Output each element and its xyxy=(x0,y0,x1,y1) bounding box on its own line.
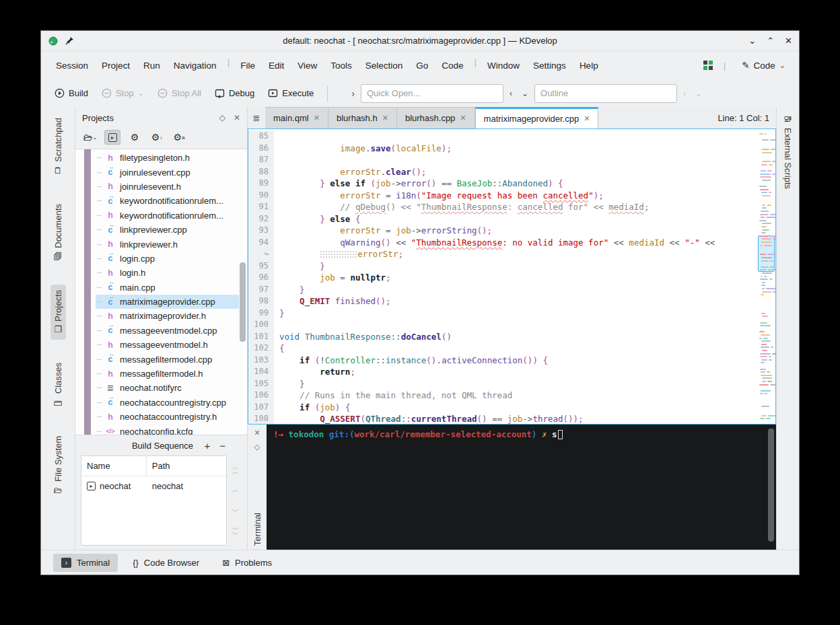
open-configuration-icon[interactable]: 🗁⌄ xyxy=(82,130,98,145)
move-top-icon[interactable]: ︿︿ xyxy=(232,465,240,474)
tree-item-joinrulesevent-h[interactable]: hjoinrulesevent.h xyxy=(96,180,239,194)
menu-item-help[interactable]: Help xyxy=(573,57,605,74)
menu-item-window[interactable]: Window xyxy=(481,57,526,74)
chevron-down-icon[interactable]: ⌄ xyxy=(692,86,705,101)
add-button[interactable]: + xyxy=(204,440,210,451)
terminal-vertical-label[interactable]: Terminal xyxy=(252,510,262,546)
tree-item-matriximageprovider-h[interactable]: hmatriximageprovider.h xyxy=(96,309,239,323)
editor-tab-main-qml[interactable]: main.qml✕ xyxy=(265,107,328,128)
sidebar-tab-file-system[interactable]: File System🗁 xyxy=(50,431,66,501)
close-tab-icon[interactable]: ✕ xyxy=(460,114,466,122)
menu-item-session[interactable]: Session xyxy=(49,57,95,74)
tree-item-label: matriximageprovider.h xyxy=(120,311,206,321)
tree-item-neochataccountregistry-cpp[interactable]: c̈neochataccountregistry.cpp xyxy=(96,396,239,410)
stop-all-button[interactable]: Stop All xyxy=(152,85,207,102)
bottom-tab-code-browser[interactable]: {}Code Browser xyxy=(125,554,207,572)
table-row[interactable]: ▸neochatneochat xyxy=(81,476,226,496)
tree-item-keywordnotificationrulem-[interactable]: c̈keywordnotificationrulem... xyxy=(96,194,239,208)
move-up-icon[interactable]: ︿ xyxy=(232,484,240,496)
tree-item-login-cpp[interactable]: c̈login.cpp xyxy=(96,252,239,266)
tree-item-label: messageeventmodel.h xyxy=(120,340,208,350)
float-panel-icon[interactable]: ◇ xyxy=(219,113,225,122)
editor-tab-matriximageprovider-cpp[interactable]: matriximageprovider.cpp✕ xyxy=(475,107,599,128)
debug-button[interactable]: Debug xyxy=(209,85,260,102)
execute-button[interactable]: Execute xyxy=(262,85,319,102)
menu-item-tools[interactable]: Tools xyxy=(324,57,359,74)
stop-button[interactable]: Stop ⌄ xyxy=(96,85,149,102)
tree-item-joinrulesevent-cpp[interactable]: c̈joinrulesevent.cpp xyxy=(96,165,239,179)
chevron-down-icon[interactable]: ⌄ xyxy=(518,86,532,101)
sidebar-tab-classes[interactable]: Classes🗃 xyxy=(50,357,66,412)
move-down-icon[interactable]: ﹀ xyxy=(232,506,240,517)
tree-item-messagefiltermodel-h[interactable]: hmessagefiltermodel.h xyxy=(96,367,239,381)
tree-item-keywordnotificationrulem-[interactable]: hkeywordnotificationrulem... xyxy=(96,209,239,223)
sidebar-tab-projects[interactable]: Projects❐ xyxy=(50,285,66,340)
tree-item-matriximageprovider-cpp[interactable]: c̈matriximageprovider.cpp xyxy=(96,295,239,309)
menu-item-settings[interactable]: Settings xyxy=(526,57,573,74)
build-button[interactable]: Build xyxy=(49,85,94,102)
move-bottom-icon[interactable]: ﹀﹀ xyxy=(232,527,240,537)
tree-item-login-h[interactable]: hlogin.h xyxy=(96,266,239,280)
close-tab-icon[interactable]: ✕ xyxy=(314,114,320,122)
menu-item-go[interactable]: Go xyxy=(409,57,435,74)
menubar: SessionProjectRunNavigation|FileEditView… xyxy=(41,51,799,79)
tree-item-linkpreviewer-cpp[interactable]: c̈linkpreviewer.cpp xyxy=(96,223,239,237)
menu-item-file[interactable]: File xyxy=(234,57,262,74)
project-file-tree: hfiletypesingleton.hc̈joinrulesevent.cpp… xyxy=(96,151,239,435)
remove-button[interactable]: − xyxy=(219,440,225,451)
tree-item-linkpreviewer-h[interactable]: hlinkpreviewer.h xyxy=(96,237,239,251)
tree-item-messageeventmodel-h[interactable]: hmessageeventmodel.h xyxy=(96,338,239,352)
column-header-path[interactable]: Path xyxy=(147,456,176,476)
titlebar[interactable]: default: neochat - [ neochat:src/matrixi… xyxy=(41,31,799,51)
tree-item-main-cpp[interactable]: c̈main.cpp xyxy=(96,281,239,295)
tree-item-neochatconfig-kcfg[interactable]: </>neochatconfig.kcfg xyxy=(96,424,239,435)
minimap[interactable] xyxy=(758,129,775,424)
close-toolview-icon[interactable]: ✕ xyxy=(254,429,260,437)
maximize-button[interactable]: ⌃ xyxy=(767,36,774,45)
sidebar-tab-scratchpad[interactable]: Scratchpad🗒 xyxy=(50,112,66,181)
prompt-segment: ) xyxy=(532,429,542,439)
tree-scrollbar[interactable] xyxy=(240,262,246,342)
bottom-tab-terminal[interactable]: ›Terminal xyxy=(53,554,118,572)
menu-item-run[interactable]: Run xyxy=(137,57,167,74)
tree-item-neochataccountregistry-h[interactable]: hneochataccountregistry.h xyxy=(96,410,239,424)
forward-icon[interactable]: › xyxy=(680,86,689,101)
close-tab-icon[interactable]: ✕ xyxy=(584,114,590,123)
gear-a-icon[interactable]: ⚙a xyxy=(171,130,187,145)
menu-item-project[interactable]: Project xyxy=(95,57,137,74)
tree-item-filetypesingleton-h[interactable]: hfiletypesingleton.h xyxy=(96,151,239,165)
area-switcher-icon[interactable] xyxy=(703,61,713,70)
menu-item-code[interactable]: Code xyxy=(435,57,470,74)
gear-icon[interactable]: ⚙ xyxy=(127,130,143,145)
outline-input[interactable] xyxy=(534,84,677,103)
close-tab-icon[interactable]: ✕ xyxy=(382,114,388,122)
editor-tab-blurhash-cpp[interactable]: blurhash.cpp✕ xyxy=(397,107,475,128)
terminal-output[interactable]: !→ tokodon git:(work/carl/remember-selec… xyxy=(267,425,776,550)
tree-item-neochat-notifyrc[interactable]: ≣neochat.notifyrc xyxy=(96,381,239,395)
minimize-button[interactable]: ⌄ xyxy=(748,36,756,45)
close-panel-icon[interactable]: ✕ xyxy=(234,113,240,122)
sidebar-tab-external-scripts[interactable]: 🖳External Scripts xyxy=(783,114,793,189)
code-editor[interactable]: 8586 image.save(localFile);8788 errorStr… xyxy=(248,128,776,425)
header-file-icon: h xyxy=(105,340,116,350)
quick-open-input[interactable] xyxy=(361,84,503,103)
editor-tab-blurhash-h[interactable]: blurhash.h✕ xyxy=(328,107,397,128)
menu-item-edit[interactable]: Edit xyxy=(262,57,291,74)
menu-item-view[interactable]: View xyxy=(291,57,324,74)
menu-item-navigation[interactable]: Navigation xyxy=(167,57,223,74)
close-button[interactable]: ✕ xyxy=(785,36,792,45)
float-toolview-icon[interactable]: ◇ xyxy=(254,443,260,451)
back-icon[interactable]: ‹ xyxy=(506,86,516,101)
working-set-code-button[interactable]: ✎ Code ⌄ xyxy=(736,57,791,73)
column-header-name[interactable]: Name xyxy=(81,456,147,476)
tree-item-messageeventmodel-cpp[interactable]: c̈messageeventmodel.cpp xyxy=(96,324,239,338)
tree-item-messagefiltermodel-cpp[interactable]: c̈messagefiltermodel.cpp xyxy=(96,352,239,366)
gear-sync-icon[interactable]: ⚙↓ xyxy=(149,130,165,145)
terminal-scrollbar[interactable] xyxy=(768,429,774,542)
bottom-tab-problems[interactable]: ⊠Problems xyxy=(214,554,280,572)
quick-open-expand-icon[interactable]: › xyxy=(348,85,358,102)
menu-item-selection[interactable]: Selection xyxy=(359,57,410,74)
build-target-icon[interactable]: ▸ xyxy=(104,130,120,145)
document-list-icon[interactable]: ≣ xyxy=(248,107,265,128)
sidebar-tab-documents[interactable]: Documents🗐 xyxy=(50,198,66,267)
